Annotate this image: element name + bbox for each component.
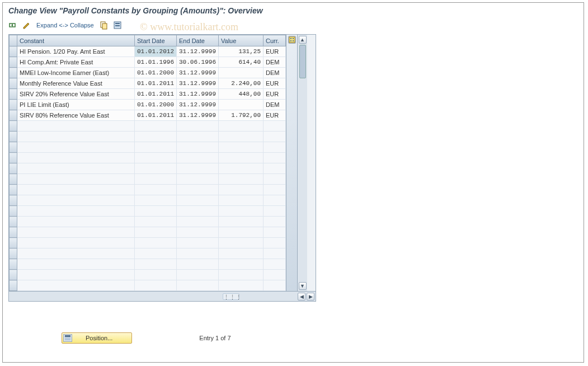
cell-value[interactable]: 614,40: [219, 57, 264, 68]
column-header-start-date[interactable]: Start Date: [135, 35, 177, 46]
table-settings-icon[interactable]: [288, 36, 296, 44]
position-button[interactable]: Position...: [62, 332, 132, 344]
row-selector[interactable]: [10, 57, 17, 68]
empty-cell: [135, 217, 177, 227]
row-selector[interactable]: [10, 259, 17, 270]
row-selector-header[interactable]: [10, 35, 17, 46]
change-icon[interactable]: [21, 20, 32, 31]
empty-cell: [177, 217, 219, 227]
row-selector[interactable]: [10, 217, 17, 227]
row-selector[interactable]: [10, 121, 17, 132]
cell-constant[interactable]: HI Comp.Amt: Private East: [17, 57, 135, 68]
cell-constant[interactable]: PI LIE Limit (East): [17, 100, 135, 110]
cell-currency[interactable]: DEM: [264, 100, 286, 110]
cell-currency[interactable]: EUR: [264, 89, 286, 100]
cell-currency[interactable]: EUR: [264, 78, 286, 89]
cell-end-date[interactable]: 31.12.9999: [177, 100, 219, 110]
cell-start-date[interactable]: 01.01.2012: [135, 46, 177, 57]
row-selector[interactable]: [10, 163, 17, 174]
row-selector[interactable]: [10, 206, 17, 217]
row-selector[interactable]: [10, 248, 17, 259]
cell-end-date[interactable]: 31.12.9999: [177, 68, 219, 78]
row-selector[interactable]: [10, 100, 17, 110]
cell-currency[interactable]: EUR: [264, 46, 286, 57]
scroll-down-icon[interactable]: ▼: [299, 282, 307, 290]
row-selector[interactable]: [10, 227, 17, 238]
row-selector[interactable]: [10, 110, 17, 121]
row-selector[interactable]: [10, 142, 17, 153]
scroll-up-icon[interactable]: ▲: [299, 36, 307, 44]
cell-end-date[interactable]: 31.12.9999: [177, 110, 219, 121]
empty-cell: [135, 174, 177, 185]
empty-cell: [264, 174, 286, 185]
cell-currency[interactable]: DEM: [264, 57, 286, 68]
column-header-value[interactable]: Value: [219, 35, 264, 46]
column-header-currency[interactable]: Curr.: [264, 35, 286, 46]
cell-start-date[interactable]: 01.01.2011: [135, 110, 177, 121]
cell-value[interactable]: 448,00: [219, 89, 264, 100]
row-selector[interactable]: [10, 68, 17, 78]
cell-start-date[interactable]: 01.01.2000: [135, 100, 177, 110]
row-selector[interactable]: [10, 174, 17, 185]
empty-cell: [264, 195, 286, 206]
row-selector[interactable]: [10, 46, 17, 57]
copy-icon[interactable]: [98, 20, 110, 31]
cell-value[interactable]: 131,25: [219, 46, 264, 57]
scroll-left-icon[interactable]: ◀: [298, 293, 305, 301]
row-selector[interactable]: [10, 280, 17, 291]
table-row[interactable]: Monthly Reference Value East01.01.201131…: [10, 78, 286, 89]
empty-cell: [135, 121, 177, 132]
cell-end-date[interactable]: 31.12.9999: [177, 89, 219, 100]
cell-value[interactable]: [219, 100, 264, 110]
table-row[interactable]: MMEI Low-Income Earner (East)01.01.20003…: [10, 68, 286, 78]
cell-currency[interactable]: EUR: [264, 110, 286, 121]
cell-start-date[interactable]: 01.01.2011: [135, 89, 177, 100]
cell-constant[interactable]: Monthly Reference Value East: [17, 78, 135, 89]
table-row[interactable]: HI Pension. 1/20 Pay. Amt East01.01.2012…: [10, 46, 286, 57]
row-selector[interactable]: [10, 195, 17, 206]
empty-cell: [177, 195, 219, 206]
table-row[interactable]: HI Comp.Amt: Private East01.01.199630.06…: [10, 57, 286, 68]
row-selector[interactable]: [10, 185, 17, 195]
table-row: [10, 142, 286, 153]
cell-constant[interactable]: HI Pension. 1/20 Pay. Amt East: [17, 46, 135, 57]
cell-value[interactable]: 2.240,00: [219, 78, 264, 89]
cell-constant[interactable]: SIRV 20% Reference Value East: [17, 89, 135, 100]
row-selector[interactable]: [10, 238, 17, 248]
empty-cell: [17, 174, 135, 185]
horizontal-scrollbar[interactable]: ⋮⋮⋮ ◀ ▶: [9, 291, 316, 301]
vertical-scrollbar[interactable]: ▲ ▼: [297, 35, 307, 291]
cell-start-date[interactable]: 01.01.1996: [135, 57, 177, 68]
cell-start-date[interactable]: 01.01.2000: [135, 68, 177, 78]
row-selector[interactable]: [10, 89, 17, 100]
column-header-end-date[interactable]: End Date: [177, 35, 219, 46]
cell-value[interactable]: [219, 68, 264, 78]
other-view-icon[interactable]: [7, 20, 18, 31]
column-header-constant[interactable]: Constant: [17, 35, 135, 46]
cell-currency[interactable]: DEM: [264, 68, 286, 78]
table-row[interactable]: SIRV 20% Reference Value East01.01.20113…: [10, 89, 286, 100]
cell-end-date[interactable]: 30.06.1996: [177, 57, 219, 68]
svg-rect-6: [289, 37, 295, 43]
cell-constant[interactable]: MMEI Low-Income Earner (East): [17, 68, 135, 78]
expand-collapse-button[interactable]: Expand <-> Collapse: [34, 20, 96, 31]
row-selector[interactable]: [10, 270, 17, 280]
column-resize-handle[interactable]: ⋮⋮⋮: [223, 293, 239, 300]
cell-start-date[interactable]: 01.01.2011: [135, 78, 177, 89]
table-row[interactable]: PI LIE Limit (East)01.01.200031.12.9999D…: [10, 100, 286, 110]
select-all-icon[interactable]: [112, 20, 123, 31]
row-selector[interactable]: [10, 132, 17, 142]
cell-value[interactable]: 1.792,00: [219, 110, 264, 121]
cell-end-date[interactable]: 31.12.9999: [177, 78, 219, 89]
scroll-right-icon[interactable]: ▶: [307, 293, 314, 301]
scrollbar-thumb[interactable]: [299, 45, 306, 78]
empty-cell: [177, 280, 219, 291]
cell-constant[interactable]: SIRV 80% Reference Value East: [17, 110, 135, 121]
table-row[interactable]: SIRV 80% Reference Value East01.01.20113…: [10, 110, 286, 121]
empty-cell: [219, 132, 264, 142]
row-selector[interactable]: [10, 78, 17, 89]
empty-cell: [135, 132, 177, 142]
row-selector[interactable]: [10, 153, 17, 163]
cell-end-date[interactable]: 31.12.9999: [177, 46, 219, 57]
svg-rect-8: [293, 38, 294, 39]
